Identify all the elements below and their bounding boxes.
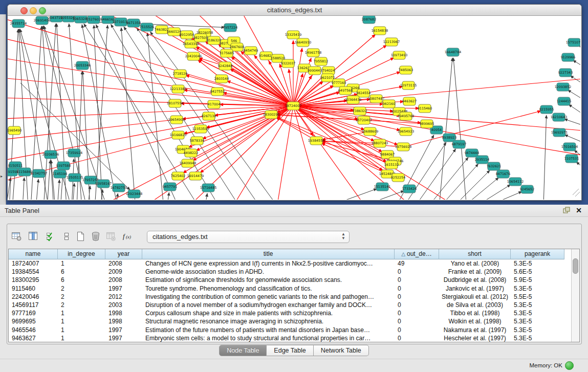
table-row[interactable]: 1830029562008Estimation of significance … [9,276,564,284]
network-node[interactable]: 16648784 [445,48,462,56]
network-node[interactable]: 16409948 [180,159,197,167]
black-edge[interactable] [82,25,118,200]
tab-node-table[interactable]: Node Table [219,345,267,356]
red-edge[interactable] [276,118,316,141]
network-window-titlebar[interactable]: citations_edges.txt [8,5,581,16]
network-node[interactable]: 19654923 [398,127,415,136]
network-node[interactable]: 2935114 [475,156,489,164]
network-node[interactable]: 15720407 [356,116,373,124]
network-node[interactable]: 9827509 [193,34,208,42]
table-row[interactable]: 946554611997Estimation of the future num… [9,326,564,334]
black-edge[interactable] [569,104,580,121]
red-edge[interactable] [8,106,293,120]
black-edge[interactable] [570,76,580,91]
function-builder-icon[interactable]: f(x) [122,231,133,242]
network-node[interactable]: 10654112 [507,178,524,186]
network-node[interactable]: 15692971 [551,128,568,137]
float-panel-icon[interactable] [563,207,571,216]
black-edge[interactable] [96,25,179,200]
table-row[interactable]: 977716911998Corpus callosum shape and si… [9,309,564,317]
network-node[interactable]: 1965490 [8,126,21,135]
network-node[interactable]: 12213383 [170,85,187,93]
table-row[interactable]: 1938455462009Genome-wide association stu… [9,268,564,276]
black-edge[interactable] [36,179,38,200]
black-edge[interactable] [453,58,467,200]
scrollbar-thumb[interactable] [573,258,578,274]
network-node[interactable]: 8215955 [539,105,554,114]
network-node[interactable]: 9899695 [420,120,434,128]
network-node[interactable]: 19384554 [308,137,325,145]
network-node[interactable]: 14961758 [305,49,322,57]
table-row[interactable]: 946362711997Embryonic stem cells: a mode… [9,334,564,342]
network-node[interactable]: 4671358 [126,19,141,27]
column-header-name[interactable]: name [9,249,58,259]
network-node[interactable]: 13325419 [285,31,302,39]
black-edge[interactable] [441,164,478,200]
network-node[interactable]: 1244415 [557,97,571,105]
network-node[interactable]: 4498222 [184,149,198,157]
black-edge[interactable] [47,160,50,200]
network-node[interactable]: 9322037 [281,59,295,68]
black-edge[interactable] [579,46,580,55]
network-node[interactable]: 9227343 [558,69,573,77]
network-node[interactable]: 19495768 [398,112,415,120]
network-node[interactable]: 10958167 [95,180,112,188]
delete-columns-icon[interactable] [90,231,101,242]
network-node[interactable]: 19166823 [170,131,187,139]
network-node[interactable]: 12213967 [383,38,400,46]
network-node[interactable]: 16210643 [551,113,568,121]
black-edge[interactable] [205,193,207,200]
network-node[interactable]: 962160 [383,100,395,108]
select-rows-icon[interactable] [45,231,56,242]
red-edge[interactable] [293,106,383,171]
collapsed-panel-strip[interactable]: ▸ [0,14,6,205]
column-visibility-icon[interactable] [28,231,39,242]
tab-network-table[interactable]: Network Table [314,345,369,356]
column-header-out_degree[interactable]: △out_de… [395,249,439,259]
network-node[interactable]: 7386322 [353,107,367,115]
red-edge[interactable] [289,69,293,106]
network-node[interactable]: 9129966 [561,53,575,61]
network-node[interactable]: 7515526 [140,23,154,31]
delete-table-icon[interactable] [105,231,117,242]
network-node[interactable]: 10973493 [391,51,408,59]
network-node[interactable]: 19756928 [395,143,412,151]
network-node[interactable]: 9252254 [391,173,405,182]
network-node[interactable]: 20364436 [345,96,362,104]
red-edge[interactable] [293,48,302,106]
black-edge[interactable] [564,119,580,129]
black-edge[interactable] [23,178,24,200]
red-edge[interactable] [8,33,293,106]
create-column-icon[interactable] [75,231,86,242]
black-edge[interactable] [465,178,499,200]
network-node[interactable]: 12093852 [555,83,572,91]
network-node[interactable]: 15751074 [566,38,580,47]
black-edge[interactable] [57,180,59,200]
network-node[interactable]: 20206536 [42,150,59,159]
network-node[interactable]: 16640910 [295,38,312,47]
network-node[interactable]: 9990443 [308,67,322,75]
network-node[interactable]: 9115460 [418,104,432,113]
network-node[interactable]: 16782759 [111,184,127,192]
network-node[interactable]: 8471676 [496,170,510,178]
network-node[interactable]: 9397588 [56,162,71,170]
red-edge[interactable] [293,106,322,200]
black-edge[interactable] [576,162,580,175]
network-node[interactable]: 18107554 [167,99,184,107]
network-node[interactable]: 15716485 [200,184,217,192]
black-edge[interactable] [416,149,456,200]
network-node[interactable]: 5878334 [190,137,204,145]
network-node[interactable]: 12973115 [400,81,417,90]
network-node[interactable]: 8454749 [244,47,258,55]
network-node[interactable]: 1615132 [384,161,399,169]
canvas-resize-grip-icon[interactable] [573,189,580,196]
black-edge[interactable] [69,24,82,200]
black-edge[interactable] [477,185,511,200]
network-node[interactable]: 17016504 [561,143,578,151]
network-canvas[interactable]: 2435572420691406204371981055328710653287… [8,16,580,200]
network-node[interactable]: 18300295 [263,111,280,119]
network-node[interactable]: 24355724 [10,19,27,28]
network-node[interactable]: 9457791 [163,183,177,191]
network-node[interactable]: 1145194 [53,170,67,178]
network-node[interactable]: 9777169 [332,79,346,87]
